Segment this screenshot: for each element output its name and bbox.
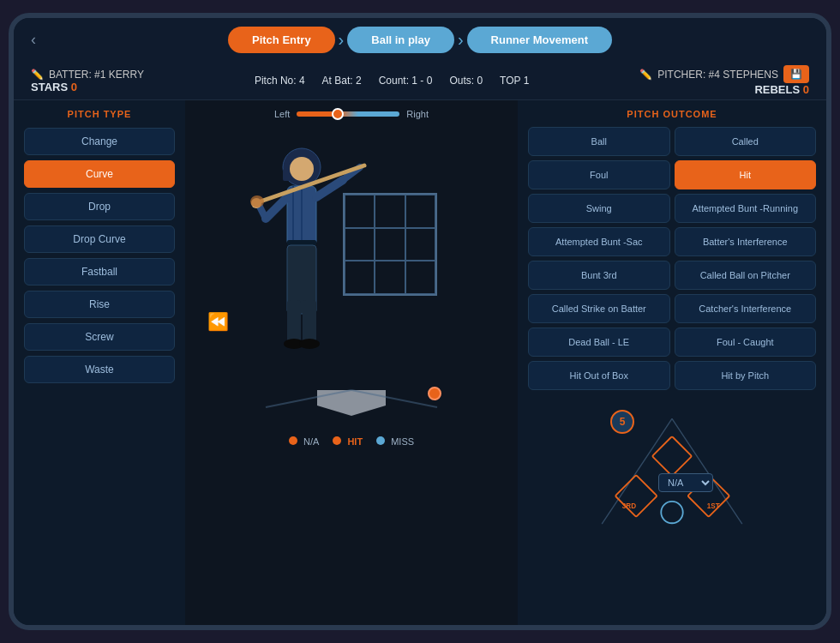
svg-rect-9: [303, 300, 316, 343]
at-bat-label: At Bat: 2: [322, 75, 362, 87]
rewind-button[interactable]: ⏪: [207, 311, 229, 332]
outcome-grid: Ball Called Foul Hit Swing Attempted Bun…: [528, 127, 816, 390]
outs-label: Outs: 0: [449, 75, 483, 87]
slider-container[interactable]: [297, 107, 399, 121]
base-select-dropdown[interactable]: N/A 1st 2nd 3rd Home: [658, 473, 713, 492]
outcome-btn-bunt-3rd[interactable]: Bunt 3rd: [528, 261, 670, 290]
count-label: Count: 1 - 0: [379, 75, 433, 87]
zone-cell-4[interactable]: [345, 228, 375, 261]
legend-na-label: N/A: [303, 436, 319, 447]
svg-text:1ST: 1ST: [707, 502, 720, 510]
zone-cell-7[interactable]: [345, 261, 375, 294]
pitch-type-title: PITCH TYPE: [24, 109, 175, 119]
pitcher-name-row: ✏️ PITCHER: #4 STEPHENS 💾: [639, 65, 809, 83]
base-lines: [223, 382, 480, 433]
runner-badge: 5: [610, 410, 634, 434]
outcome-btn-batters-interference[interactable]: Batter's Interference: [675, 227, 817, 256]
left-label: Left: [274, 109, 290, 119]
outcome-btn-called-ball-on-pitcher[interactable]: Called Ball on Pitcher: [675, 261, 817, 290]
legend-na: N/A: [289, 436, 319, 447]
legend-miss-label: MISS: [391, 436, 414, 447]
pitch-stats: Pitch No: 4 At Bat: 2 Count: 1 - 0 Outs:…: [255, 75, 529, 87]
info-bar: ✏️ BATTER: #1 KERRY STARS 0 Pitch No: 4 …: [14, 62, 826, 100]
diamond-area: 3RD 1ST 5 N/A 1st 2nd 3rd Home: [528, 401, 816, 538]
outcome-btn-attempted-bunt-running[interactable]: Attempted Bunt -Running: [675, 194, 817, 223]
svg-line-20: [351, 390, 437, 407]
legend-miss: MISS: [376, 436, 414, 447]
svg-rect-23: [615, 475, 657, 517]
back-button[interactable]: ‹: [31, 31, 36, 49]
slider-thumb[interactable]: [332, 108, 344, 120]
pitch-btn-drop[interactable]: Drop: [24, 193, 175, 220]
outcome-btn-catchers-interference[interactable]: Catcher's Interference: [675, 294, 817, 323]
pitcher-info: ✏️ PITCHER: #4 STEPHENS 💾 REBELS 0: [639, 65, 809, 96]
pitch-btn-change[interactable]: Change: [24, 128, 175, 155]
legend-hit: HIT: [333, 436, 363, 447]
pitch-type-panel: PITCH TYPE Change Curve Drop Drop Curve …: [14, 100, 185, 625]
pitch-btn-curve[interactable]: Curve: [24, 160, 175, 188]
zone-cell-2[interactable]: [375, 195, 405, 228]
legend-dot-hit: [333, 436, 341, 445]
zone-cell-3[interactable]: [405, 195, 435, 228]
legend-hit-label: HIT: [347, 436, 363, 447]
main-content: PITCH TYPE Change Curve Drop Drop Curve …: [14, 100, 826, 625]
location-slider[interactable]: Left Right: [274, 107, 429, 121]
zone-cell-8[interactable]: [375, 261, 405, 294]
svg-rect-24: [652, 436, 692, 476]
nav-step-pitch-entry[interactable]: Pitch Entry: [228, 27, 335, 53]
pitch-btn-drop-curve[interactable]: Drop Curve: [24, 225, 175, 253]
svg-rect-8: [287, 300, 301, 343]
hit-legend: N/A HIT MISS: [289, 436, 414, 447]
nav-arrow-1: ›: [339, 30, 345, 50]
pitch-btn-rise[interactable]: Rise: [24, 291, 175, 318]
legend-dot-na: [289, 436, 297, 445]
batter-area: [214, 124, 489, 433]
outcome-btn-dead-ball-le[interactable]: Dead Ball - LE: [528, 328, 670, 357]
center-area: Left Right: [185, 100, 518, 625]
outcome-btn-called-strike-on-batter[interactable]: Called Strike on Batter: [528, 294, 670, 323]
zone-cell-6[interactable]: [405, 228, 435, 261]
outcome-btn-foul[interactable]: Foul: [528, 160, 670, 189]
zone-cell-9[interactable]: [405, 261, 435, 294]
svg-point-2: [290, 157, 314, 181]
svg-rect-6: [287, 240, 316, 245]
pitch-no-label: Pitch No: 4: [255, 75, 305, 87]
pitch-outcome-panel: PITCH OUTCOME Ball Called Foul Hit Swing…: [518, 100, 826, 625]
batter-name: BATTER: #1 KERRY: [49, 69, 144, 81]
pitcher-edit-icon[interactable]: ✏️: [639, 69, 652, 81]
outcome-btn-swing[interactable]: Swing: [528, 194, 670, 223]
zone-cell-5[interactable]: [375, 228, 405, 261]
outcome-btn-hit[interactable]: Hit: [675, 160, 817, 189]
away-team-score: REBELS 0: [754, 83, 809, 96]
inning-label: TOP 1: [500, 75, 529, 87]
svg-point-26: [661, 502, 682, 523]
outcome-btn-attempted-bunt-sac[interactable]: Attempted Bunt -Sac: [528, 227, 670, 256]
svg-text:3RD: 3RD: [622, 502, 636, 510]
save-button[interactable]: 💾: [783, 65, 809, 83]
outcome-btn-hit-by-pitch[interactable]: Hit by Pitch: [675, 361, 817, 390]
svg-line-19: [266, 390, 351, 407]
nav-step-ball-in-play[interactable]: Ball in play: [347, 27, 454, 53]
right-label: Right: [406, 109, 429, 119]
svg-point-11: [299, 339, 320, 349]
batter-edit-icon[interactable]: ✏️: [31, 69, 44, 81]
tablet-frame: ‹ Pitch Entry › Ball in play › Runner Mo…: [9, 13, 831, 630]
batter-info: ✏️ BATTER: #1 KERRY STARS 0: [31, 69, 144, 93]
batter-name-row: ✏️ BATTER: #1 KERRY: [31, 69, 144, 81]
outcome-btn-called[interactable]: Called: [675, 127, 817, 156]
nav-step-runner-movement[interactable]: Runner Movement: [467, 27, 612, 53]
svg-rect-1: [283, 169, 290, 181]
pitch-btn-waste[interactable]: Waste: [24, 356, 175, 383]
zone-cell-1[interactable]: [345, 195, 375, 228]
outcome-btn-hit-out-of-box[interactable]: Hit Out of Box: [528, 361, 670, 390]
outcome-btn-foul-caught[interactable]: Foul - Caught: [675, 328, 817, 357]
strike-zone[interactable]: [343, 193, 437, 296]
pitch-btn-screw[interactable]: Screw: [24, 323, 175, 351]
svg-point-18: [250, 195, 264, 207]
outcome-btn-ball[interactable]: Ball: [528, 127, 670, 156]
nav-arrow-2: ›: [458, 30, 464, 50]
legend-dot-miss: [376, 436, 385, 445]
home-team-score: STARS 0: [31, 81, 77, 93]
pitch-btn-fastball[interactable]: Fastball: [24, 258, 175, 285]
pitcher-name: PITCHER: #4 STEPHENS: [657, 69, 778, 81]
